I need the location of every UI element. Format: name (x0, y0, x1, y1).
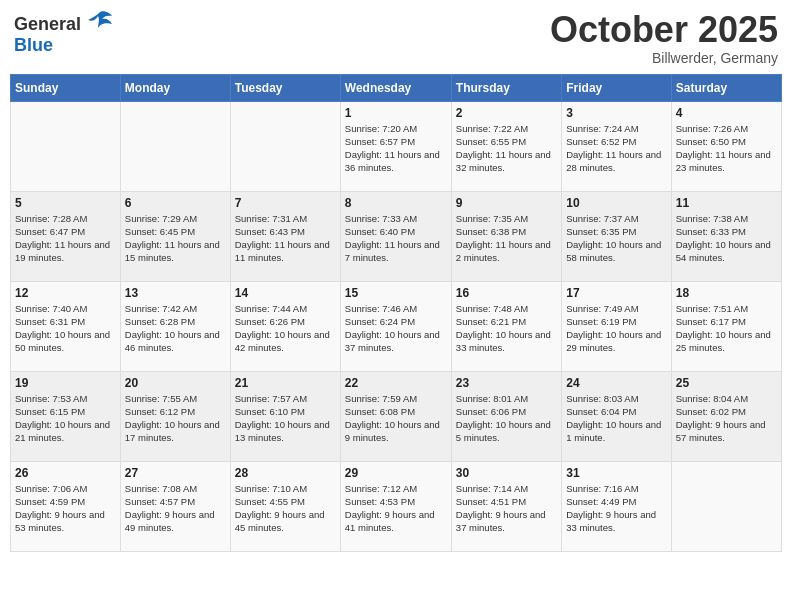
calendar-cell (11, 101, 121, 191)
day-info: Sunrise: 7:49 AMSunset: 6:19 PMDaylight:… (566, 302, 666, 355)
day-number: 29 (345, 466, 447, 480)
calendar-cell: 26Sunrise: 7:06 AMSunset: 4:59 PMDayligh… (11, 461, 121, 551)
logo-bird-icon (88, 10, 112, 30)
day-number: 11 (676, 196, 777, 210)
calendar-week-row: 12Sunrise: 7:40 AMSunset: 6:31 PMDayligh… (11, 281, 782, 371)
calendar-cell: 6Sunrise: 7:29 AMSunset: 6:45 PMDaylight… (120, 191, 230, 281)
day-info: Sunrise: 7:46 AMSunset: 6:24 PMDaylight:… (345, 302, 447, 355)
calendar-cell: 9Sunrise: 7:35 AMSunset: 6:38 PMDaylight… (451, 191, 561, 281)
weekday-header: Monday (120, 74, 230, 101)
day-info: Sunrise: 7:57 AMSunset: 6:10 PMDaylight:… (235, 392, 336, 445)
day-info: Sunrise: 7:08 AMSunset: 4:57 PMDaylight:… (125, 482, 226, 535)
day-info: Sunrise: 7:20 AMSunset: 6:57 PMDaylight:… (345, 122, 447, 175)
day-info: Sunrise: 7:51 AMSunset: 6:17 PMDaylight:… (676, 302, 777, 355)
calendar-cell: 11Sunrise: 7:38 AMSunset: 6:33 PMDayligh… (671, 191, 781, 281)
day-info: Sunrise: 8:04 AMSunset: 6:02 PMDaylight:… (676, 392, 777, 445)
day-info: Sunrise: 7:53 AMSunset: 6:15 PMDaylight:… (15, 392, 116, 445)
day-number: 31 (566, 466, 666, 480)
day-number: 17 (566, 286, 666, 300)
day-number: 19 (15, 376, 116, 390)
day-number: 3 (566, 106, 666, 120)
calendar-cell: 27Sunrise: 7:08 AMSunset: 4:57 PMDayligh… (120, 461, 230, 551)
day-info: Sunrise: 8:01 AMSunset: 6:06 PMDaylight:… (456, 392, 557, 445)
day-info: Sunrise: 7:22 AMSunset: 6:55 PMDaylight:… (456, 122, 557, 175)
day-number: 5 (15, 196, 116, 210)
day-info: Sunrise: 7:06 AMSunset: 4:59 PMDaylight:… (15, 482, 116, 535)
day-number: 25 (676, 376, 777, 390)
day-info: Sunrise: 7:44 AMSunset: 6:26 PMDaylight:… (235, 302, 336, 355)
day-number: 24 (566, 376, 666, 390)
calendar-cell: 2Sunrise: 7:22 AMSunset: 6:55 PMDaylight… (451, 101, 561, 191)
day-info: Sunrise: 7:38 AMSunset: 6:33 PMDaylight:… (676, 212, 777, 265)
day-info: Sunrise: 7:37 AMSunset: 6:35 PMDaylight:… (566, 212, 666, 265)
day-number: 22 (345, 376, 447, 390)
day-number: 7 (235, 196, 336, 210)
logo-general: General (14, 14, 81, 34)
day-info: Sunrise: 7:12 AMSunset: 4:53 PMDaylight:… (345, 482, 447, 535)
day-info: Sunrise: 7:14 AMSunset: 4:51 PMDaylight:… (456, 482, 557, 535)
calendar-cell: 31Sunrise: 7:16 AMSunset: 4:49 PMDayligh… (562, 461, 671, 551)
day-info: Sunrise: 7:10 AMSunset: 4:55 PMDaylight:… (235, 482, 336, 535)
day-info: Sunrise: 7:16 AMSunset: 4:49 PMDaylight:… (566, 482, 666, 535)
calendar-cell: 18Sunrise: 7:51 AMSunset: 6:17 PMDayligh… (671, 281, 781, 371)
day-info: Sunrise: 8:03 AMSunset: 6:04 PMDaylight:… (566, 392, 666, 445)
calendar-cell: 25Sunrise: 8:04 AMSunset: 6:02 PMDayligh… (671, 371, 781, 461)
calendar-week-row: 1Sunrise: 7:20 AMSunset: 6:57 PMDaylight… (11, 101, 782, 191)
day-info: Sunrise: 7:29 AMSunset: 6:45 PMDaylight:… (125, 212, 226, 265)
calendar-table: SundayMondayTuesdayWednesdayThursdayFrid… (10, 74, 782, 552)
day-info: Sunrise: 7:35 AMSunset: 6:38 PMDaylight:… (456, 212, 557, 265)
day-info: Sunrise: 7:24 AMSunset: 6:52 PMDaylight:… (566, 122, 666, 175)
weekday-header: Thursday (451, 74, 561, 101)
calendar-cell (671, 461, 781, 551)
day-info: Sunrise: 7:26 AMSunset: 6:50 PMDaylight:… (676, 122, 777, 175)
calendar-cell: 1Sunrise: 7:20 AMSunset: 6:57 PMDaylight… (340, 101, 451, 191)
calendar-cell: 28Sunrise: 7:10 AMSunset: 4:55 PMDayligh… (230, 461, 340, 551)
calendar-cell: 16Sunrise: 7:48 AMSunset: 6:21 PMDayligh… (451, 281, 561, 371)
calendar-cell: 4Sunrise: 7:26 AMSunset: 6:50 PMDaylight… (671, 101, 781, 191)
day-number: 21 (235, 376, 336, 390)
logo-blue: Blue (14, 35, 53, 55)
day-info: Sunrise: 7:28 AMSunset: 6:47 PMDaylight:… (15, 212, 116, 265)
day-info: Sunrise: 7:33 AMSunset: 6:40 PMDaylight:… (345, 212, 447, 265)
day-number: 20 (125, 376, 226, 390)
day-number: 28 (235, 466, 336, 480)
location-subtitle: Billwerder, Germany (550, 50, 778, 66)
calendar-week-row: 5Sunrise: 7:28 AMSunset: 6:47 PMDaylight… (11, 191, 782, 281)
weekday-header: Saturday (671, 74, 781, 101)
day-info: Sunrise: 7:42 AMSunset: 6:28 PMDaylight:… (125, 302, 226, 355)
month-title: October 2025 (550, 10, 778, 50)
calendar-cell: 23Sunrise: 8:01 AMSunset: 6:06 PMDayligh… (451, 371, 561, 461)
calendar-cell: 19Sunrise: 7:53 AMSunset: 6:15 PMDayligh… (11, 371, 121, 461)
day-number: 1 (345, 106, 447, 120)
day-number: 18 (676, 286, 777, 300)
day-info: Sunrise: 7:55 AMSunset: 6:12 PMDaylight:… (125, 392, 226, 445)
calendar-cell: 20Sunrise: 7:55 AMSunset: 6:12 PMDayligh… (120, 371, 230, 461)
calendar-cell: 22Sunrise: 7:59 AMSunset: 6:08 PMDayligh… (340, 371, 451, 461)
day-info: Sunrise: 7:48 AMSunset: 6:21 PMDaylight:… (456, 302, 557, 355)
day-info: Sunrise: 7:40 AMSunset: 6:31 PMDaylight:… (15, 302, 116, 355)
day-number: 14 (235, 286, 336, 300)
weekday-header: Friday (562, 74, 671, 101)
calendar-week-row: 26Sunrise: 7:06 AMSunset: 4:59 PMDayligh… (11, 461, 782, 551)
calendar-cell: 15Sunrise: 7:46 AMSunset: 6:24 PMDayligh… (340, 281, 451, 371)
day-number: 27 (125, 466, 226, 480)
weekday-header-row: SundayMondayTuesdayWednesdayThursdayFrid… (11, 74, 782, 101)
day-number: 10 (566, 196, 666, 210)
logo: General Blue (14, 10, 112, 56)
calendar-cell: 10Sunrise: 7:37 AMSunset: 6:35 PMDayligh… (562, 191, 671, 281)
calendar-cell: 17Sunrise: 7:49 AMSunset: 6:19 PMDayligh… (562, 281, 671, 371)
weekday-header: Wednesday (340, 74, 451, 101)
calendar-cell: 30Sunrise: 7:14 AMSunset: 4:51 PMDayligh… (451, 461, 561, 551)
day-number: 6 (125, 196, 226, 210)
calendar-cell (120, 101, 230, 191)
calendar-cell: 12Sunrise: 7:40 AMSunset: 6:31 PMDayligh… (11, 281, 121, 371)
day-number: 30 (456, 466, 557, 480)
day-number: 2 (456, 106, 557, 120)
day-number: 13 (125, 286, 226, 300)
calendar-cell: 24Sunrise: 8:03 AMSunset: 6:04 PMDayligh… (562, 371, 671, 461)
day-number: 16 (456, 286, 557, 300)
day-number: 12 (15, 286, 116, 300)
day-number: 8 (345, 196, 447, 210)
calendar-cell: 14Sunrise: 7:44 AMSunset: 6:26 PMDayligh… (230, 281, 340, 371)
calendar-cell: 13Sunrise: 7:42 AMSunset: 6:28 PMDayligh… (120, 281, 230, 371)
